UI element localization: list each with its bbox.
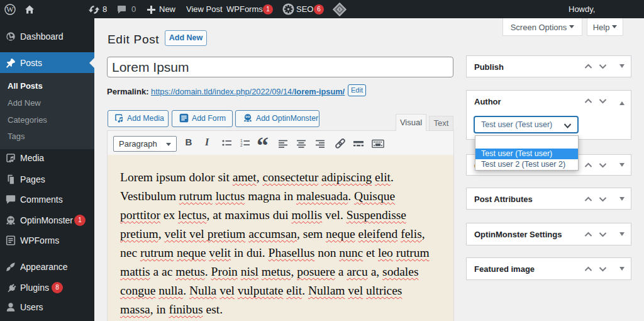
svg-text:W: W [6, 5, 14, 14]
svg-text:2: 2 [240, 143, 243, 147]
